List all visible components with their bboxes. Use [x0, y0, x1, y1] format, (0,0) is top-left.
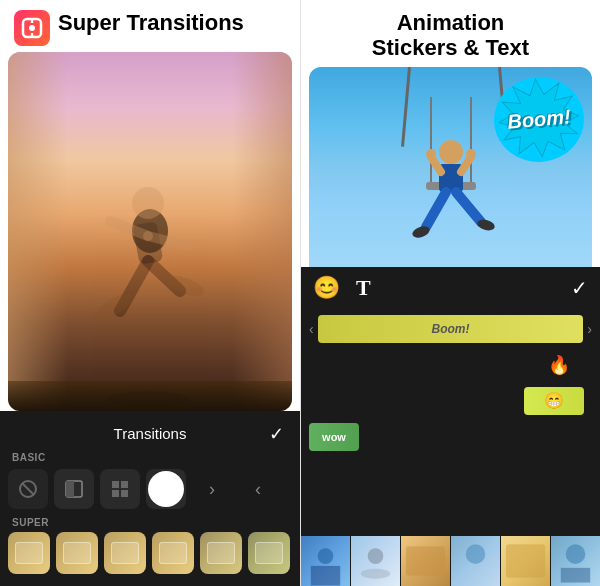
super-btn-2[interactable]: [56, 532, 98, 574]
left-video-area: [8, 52, 292, 411]
super-btn-4[interactable]: [152, 532, 194, 574]
swing-boy: [391, 97, 511, 267]
left-controls: Transitions ✓ BASIC: [0, 411, 300, 586]
thumbnail-6: [551, 536, 600, 586]
transitions-label: Transitions: [114, 425, 187, 442]
smile-timeline-track: 😁: [309, 385, 592, 417]
thumbnail-4: [451, 536, 500, 586]
left-video-bg: [8, 52, 292, 411]
wow-timeline-track: wow: [309, 421, 592, 453]
svg-line-32: [456, 192, 481, 222]
no-transition-btn[interactable]: [8, 469, 48, 509]
svg-rect-40: [406, 546, 445, 575]
right-controls-area: 😊 T ✓ ‹ Boom! › 🔥: [301, 267, 600, 586]
svg-rect-20: [112, 490, 119, 497]
super-btn-5[interactable]: [200, 532, 242, 574]
wow-text-track[interactable]: wow: [309, 423, 359, 451]
right-title-line1: Animation: [397, 10, 505, 35]
boom-track-label: Boom!: [432, 322, 470, 336]
right-panel: Animation Stickers & Text: [300, 0, 600, 586]
svg-point-29: [426, 149, 436, 159]
right-video-bg: Boom!: [309, 67, 592, 267]
fade-btn[interactable]: [54, 469, 94, 509]
fire-sticker-track[interactable]: 🔥: [534, 351, 584, 379]
svg-rect-42: [506, 544, 545, 577]
left-panel: Super Transitions: [0, 0, 300, 586]
svg-rect-21: [121, 490, 128, 497]
svg-rect-17: [66, 481, 74, 497]
svg-point-41: [466, 544, 486, 564]
thumbnail-strip: [301, 536, 600, 586]
emoji-toolbar-icon[interactable]: 😊: [313, 275, 340, 301]
boom-timeline-track: ‹ Boom! ›: [309, 313, 592, 345]
transitions-bar: Transitions ✓: [0, 419, 300, 448]
super-btn-3[interactable]: [104, 532, 146, 574]
arrow-left-btn[interactable]: ‹: [238, 469, 278, 509]
svg-rect-37: [311, 566, 340, 586]
pattern-btn[interactable]: [100, 469, 140, 509]
super-btn-1[interactable]: [8, 532, 50, 574]
motion-blur-right: [232, 52, 292, 411]
svg-rect-18: [112, 481, 119, 488]
thumbnail-2: [351, 536, 400, 586]
svg-line-15: [22, 483, 34, 495]
left-header: Super Transitions: [0, 0, 300, 52]
svg-rect-44: [561, 568, 590, 583]
thumbnail-5: [501, 536, 550, 586]
circle-btn[interactable]: [146, 469, 186, 509]
right-title-line2: Stickers & Text: [372, 35, 529, 60]
timeline-area: ‹ Boom! › 🔥 😁 wow: [301, 309, 600, 536]
arrow-right-btn[interactable]: ›: [192, 469, 232, 509]
svg-point-5: [132, 187, 164, 219]
svg-line-28: [461, 157, 471, 172]
thumbnail-3: [401, 536, 450, 586]
svg-point-39: [361, 569, 390, 579]
boom-text: Boom!: [506, 105, 571, 133]
super-icons-row: [0, 530, 300, 582]
right-toolbar: 😊 T ✓: [301, 267, 600, 309]
svg-point-36: [318, 548, 334, 564]
boom-sticker: Boom!: [490, 73, 587, 166]
svg-point-1: [29, 25, 35, 31]
text-toolbar-icon[interactable]: T: [356, 275, 371, 301]
smile-sticker-track[interactable]: 😁: [524, 387, 584, 415]
svg-rect-19: [121, 481, 128, 488]
boom-sticker-track[interactable]: Boom!: [318, 315, 584, 343]
timeline-arrow-right[interactable]: ›: [587, 321, 592, 337]
svg-point-25: [439, 140, 463, 164]
right-title: Animation Stickers & Text: [315, 10, 586, 61]
timeline-arrow-left[interactable]: ‹: [309, 321, 314, 337]
super-btn-6[interactable]: [248, 532, 290, 574]
svg-point-30: [466, 149, 476, 159]
super-section-label: SUPER: [0, 513, 300, 530]
basic-icons-row: › ‹: [0, 465, 300, 513]
right-video-area: Boom!: [309, 67, 592, 267]
motion-blur-left: [8, 52, 68, 411]
svg-line-27: [431, 157, 441, 172]
svg-line-31: [426, 192, 446, 227]
check-icon[interactable]: ✓: [269, 423, 284, 445]
dancer-silhouette: [80, 151, 220, 411]
left-title: Super Transitions: [58, 10, 244, 35]
toolbar-check-btn[interactable]: ✓: [571, 276, 588, 300]
thumbnail-1: [301, 536, 350, 586]
app-icon[interactable]: [14, 10, 50, 46]
fire-timeline-track: 🔥: [309, 349, 592, 381]
svg-point-38: [368, 548, 384, 564]
svg-point-43: [566, 544, 586, 564]
right-header: Animation Stickers & Text: [301, 0, 600, 67]
wow-label: wow: [322, 431, 346, 443]
circle-icon: [148, 471, 184, 507]
basic-section-label: BASIC: [0, 448, 300, 465]
